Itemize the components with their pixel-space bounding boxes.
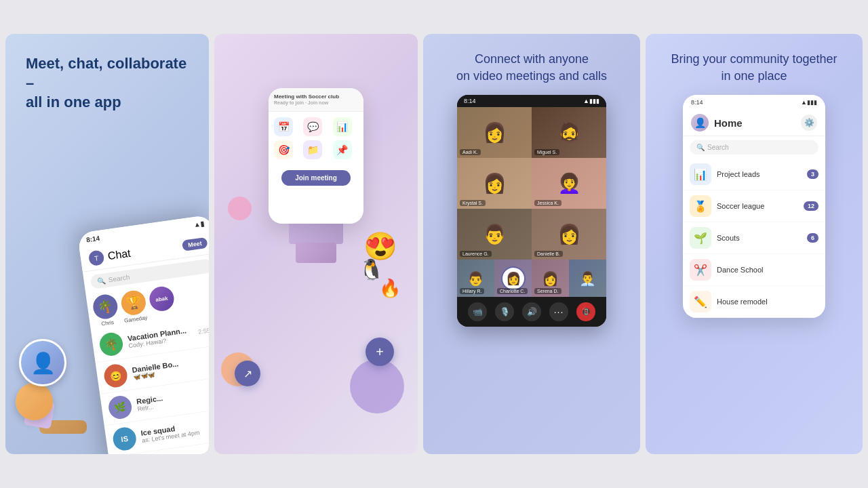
- join-button-area: Join meeting: [269, 165, 363, 191]
- app-icon: 📅: [274, 117, 293, 136]
- panel-3-text: Connect with anyone on video meetings an…: [423, 51, 640, 85]
- video-row-4: 👨 Hillary R. 👩 👩 Charlotte C. 👩: [457, 260, 606, 297]
- video-cell: 👨 Hillary R.: [457, 260, 494, 297]
- chat-list: 🌴 Vacation Plann... Cody: Hawai? 2:55 PM…: [91, 312, 209, 454]
- mute-button[interactable]: 🎙️: [495, 302, 514, 321]
- speaker-button[interactable]: 🔊: [522, 302, 541, 321]
- app-icon: 📊: [333, 117, 352, 136]
- participant-name: Aadi K.: [460, 149, 481, 155]
- decoration-phone: Meeting with Soccer club Ready to join ·…: [269, 88, 363, 224]
- video-row-3: 👨 Laurence G. 👩 Danielle B.: [457, 209, 606, 260]
- participant-name: Danielle B.: [534, 251, 563, 257]
- app-icon: 📌: [333, 140, 352, 159]
- app-icon: 💬: [303, 117, 322, 136]
- community-name: House remodel: [717, 298, 818, 306]
- main-container: Meet, chat, collaborate – all in one app…: [0, 0, 868, 488]
- scouts-icon: 🌱: [690, 227, 711, 249]
- video-cell: 👩‍🦱 Jessica K.: [532, 158, 606, 209]
- video-cell: 👩 Krystal S.: [457, 158, 532, 209]
- fab-add-button[interactable]: +: [366, 338, 394, 366]
- participant-name: Miguel S.: [534, 149, 559, 155]
- video-cell: 👩 👩 Charlotte C.: [494, 260, 532, 297]
- pink-blob: [228, 197, 252, 220]
- video-cell: 🧔 Miguel S.: [532, 107, 606, 158]
- chat-phone-mockup: 8:14 ▲▮ T Chat Meet 🔍 Search 🌴 Chris: [77, 214, 209, 454]
- community-item-house-remodel[interactable]: ✏️ House remodel: [683, 286, 825, 318]
- video-row-1: 👩 Aadi K. 🧔 Miguel S.: [457, 107, 606, 158]
- community-item-soccer-league[interactable]: 🏅 Soccer league 12: [683, 190, 825, 222]
- meet-button[interactable]: Meet: [182, 237, 208, 251]
- app-icon: 📁: [303, 140, 322, 159]
- community-name: Soccer league: [717, 202, 798, 210]
- panel-1: Meet, chat, collaborate – all in one app…: [5, 34, 209, 454]
- panel-3-heading: Connect with anyone on video meetings an…: [423, 51, 640, 85]
- dec-phone-header: Meeting with Soccer club Ready to join ·…: [269, 88, 363, 112]
- unread-badge: 12: [804, 201, 818, 211]
- panel-1-heading: Meet, chat, collaborate – all in one app: [26, 54, 189, 113]
- community-name: Dance School: [717, 266, 818, 274]
- avatar-blob: 👤: [19, 339, 66, 386]
- participant-name: Serena D.: [534, 288, 561, 294]
- panel-4-text: Bring your community together in one pla…: [646, 51, 863, 85]
- app-icons-grid: 📅 💬 📊 🎯 📁 📌: [269, 112, 363, 165]
- community-item-scouts[interactable]: 🌱 Scouts 6: [683, 222, 825, 254]
- video-cell: 👨‍💼: [569, 260, 606, 297]
- video-call-grid: 8:14 ▲▮▮▮ 👩 Aadi K. 🧔 Miguel S.: [457, 95, 606, 327]
- panel-4: Bring your community together in one pla…: [646, 34, 863, 454]
- unread-badge: 3: [807, 169, 818, 179]
- end-call-button[interactable]: 📵: [576, 302, 595, 321]
- soccer-league-icon: 🏅: [690, 195, 711, 217]
- video-status-bar: 8:14 ▲▮▮▮: [457, 95, 606, 107]
- panel-4-heading: Bring your community together in one pla…: [646, 51, 863, 85]
- video-cell: 👨 Laurence G.: [457, 209, 532, 260]
- settings-icon[interactable]: ⚙️: [801, 115, 817, 131]
- community-item-project-leads[interactable]: 📊 Project leads 3: [683, 159, 825, 190]
- user-avatar: 👤: [19, 339, 66, 386]
- more-options-button[interactable]: ···: [549, 302, 568, 321]
- panel-3: Connect with anyone on video meetings an…: [423, 34, 640, 454]
- comm-home-title: Home: [714, 117, 743, 129]
- participant-name: Krystal S.: [460, 200, 486, 206]
- community-phone: 8:14 ▲▮▮▮ 👤 Home ⚙️ 🔍 Search 📊 Project l…: [683, 95, 825, 318]
- video-toggle-button[interactable]: 📹: [468, 302, 487, 321]
- community-item-dance-school[interactable]: ✂️ Dance School: [683, 254, 825, 286]
- panel-1-text: Meet, chat, collaborate – all in one app: [26, 54, 189, 113]
- video-cell: 👩 Danielle B.: [532, 209, 606, 260]
- dance-school-icon: ✂️: [690, 259, 711, 281]
- video-controls: 📹 🎙️ 🔊 ··· 📵: [457, 297, 606, 327]
- join-meeting-button[interactable]: Join meeting: [281, 170, 351, 186]
- comm-status-bar: 8:14 ▲▮▮▮: [683, 95, 825, 110]
- comm-search[interactable]: 🔍 Search: [690, 140, 818, 155]
- purple-blob: [350, 359, 404, 413]
- panel-2: Meeting with Soccer club Ready to join ·…: [214, 34, 418, 454]
- community-name: Project leads: [717, 170, 802, 178]
- share-button[interactable]: ↗: [235, 361, 260, 386]
- emoji-fire: 🔥: [379, 278, 401, 299]
- house-remodel-icon: ✏️: [690, 291, 711, 312]
- participant-name: Jessica K.: [534, 200, 561, 206]
- community-name: Scouts: [717, 234, 802, 242]
- project-leads-icon: 📊: [690, 163, 711, 185]
- video-cell: 👩 Aadi K.: [457, 107, 532, 158]
- app-icon: 🎯: [274, 140, 293, 159]
- video-row-2: 👩 Krystal S. 👩‍🦱 Jessica K.: [457, 158, 606, 209]
- video-cell: 👩 Serena D.: [532, 260, 569, 297]
- chat-title: Chat: [107, 247, 132, 263]
- unread-badge: 6: [807, 233, 818, 243]
- participant-name: Charlotte C.: [497, 288, 528, 294]
- participant-name: Hillary R.: [460, 288, 484, 294]
- comm-header: 👤 Home ⚙️: [683, 110, 825, 136]
- participant-name: Laurence G.: [460, 251, 492, 257]
